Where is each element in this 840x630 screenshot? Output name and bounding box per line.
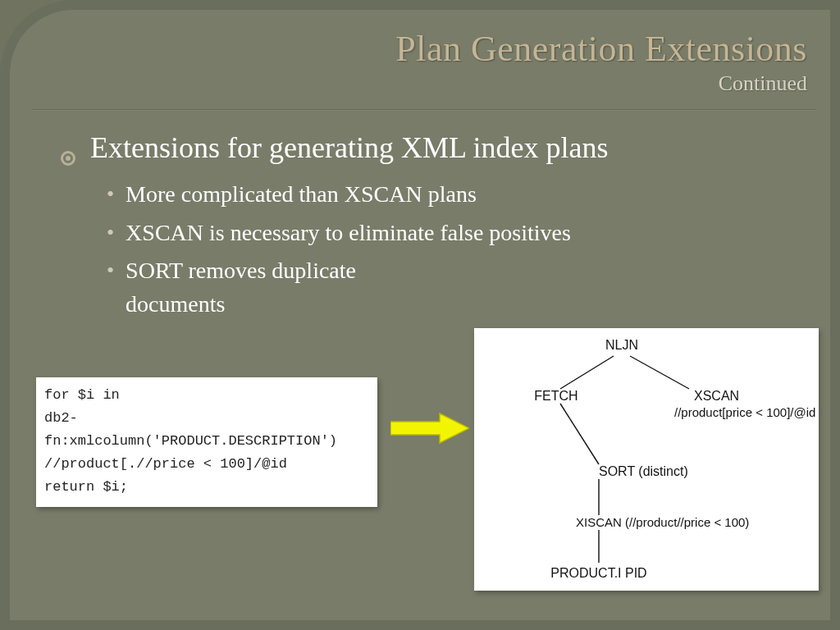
bullet-ring-icon	[61, 151, 75, 166]
slide-content: Extensions for generating XML index plan…	[10, 111, 830, 321]
slide-header: Plan Generation Extensions Continued	[10, 10, 830, 104]
code-line: db2-fn:xmlcolumn('PRODUCT.DESCRIPTION')	[44, 407, 369, 453]
svg-marker-0	[390, 413, 469, 443]
tree-node-xscan: XSCAN	[694, 389, 739, 403]
tree-node-root: NLJN	[605, 338, 638, 352]
xquery-code-box: for $i in db2-fn:xmlcolumn('PRODUCT.DESC…	[36, 377, 377, 507]
tree-node-leaf: PRODUCT.I PID	[550, 566, 646, 580]
slide-subtitle: Continued	[10, 71, 807, 96]
tree-node-xscan-expr: //product[price < 100]/@id	[674, 405, 815, 419]
dot-icon: •	[107, 255, 114, 286]
sub-bullet-text: XSCAN is necessary to eliminate false po…	[126, 217, 571, 250]
slide-title: Plan Generation Extensions	[10, 28, 807, 70]
code-line: //product[.//price < 100]/@id	[44, 453, 369, 476]
main-bullet-text: Extensions for generating XML index plan…	[90, 129, 609, 167]
sub-bullet-text: More complicated than XSCAN plans	[126, 178, 477, 212]
sub-bullet: • XSCAN is necessary to eliminate false …	[107, 217, 802, 250]
right-arrow-icon	[390, 412, 469, 445]
code-line: for $i in	[44, 384, 369, 407]
svg-line-3	[560, 404, 599, 464]
plan-tree-diagram: NLJN FETCH XSCAN //product[price < 100]/…	[474, 328, 819, 591]
sub-bullet: • More complicated than XSCAN plans	[107, 178, 802, 212]
svg-line-1	[560, 356, 614, 389]
main-bullet: Extensions for generating XML index plan…	[61, 129, 802, 167]
dot-icon: •	[107, 179, 114, 210]
tree-node-fetch: FETCH	[534, 389, 578, 403]
code-line: return $i;	[44, 476, 369, 499]
dot-icon: •	[107, 217, 114, 249]
sub-bullet: • SORT removes duplicate documents	[107, 254, 802, 321]
slide: Plan Generation Extensions Continued Ext…	[0, 0, 840, 630]
sub-bullet-text: SORT removes duplicate documents	[126, 254, 454, 321]
tree-node-sort: SORT (distinct)	[599, 464, 688, 478]
tree-node-xiscan: XISCAN (//product//price < 100)	[576, 515, 749, 529]
sub-bullet-list: • More complicated than XSCAN plans • XS…	[107, 178, 802, 321]
svg-line-2	[630, 356, 689, 389]
